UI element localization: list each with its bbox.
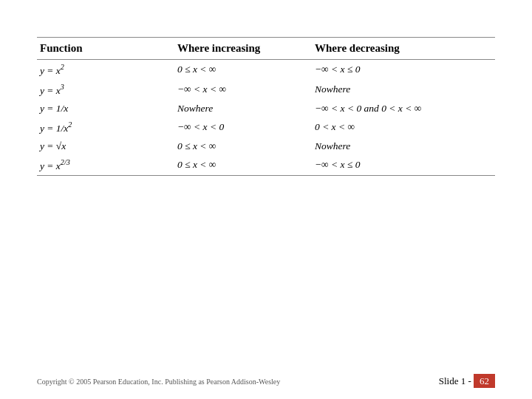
col-header-increasing: Where increasing [174,38,312,60]
table-row: y = √x [37,137,174,155]
copyright-text: Copyright © 2005 Pearson Education, Inc.… [37,378,280,386]
table-row: −∞ < x < 0 [174,117,312,137]
table-row: Nowhere [312,80,495,100]
table-row: −∞ < x < ∞ [174,80,312,100]
table-row: 0 ≤ x < ∞ [174,60,312,80]
col-header-function: Function [37,38,174,60]
slide-container: Function Where increasing Where decreasi… [0,0,532,399]
slide-label: Slide 1 - [439,375,471,386]
table-wrapper: Function Where increasing Where decreasi… [37,37,495,176]
table-row: y = 1/x2 [37,117,174,137]
table-row: 0 < x < ∞ [312,117,495,137]
table-row: 0 ≤ x < ∞ [174,137,312,155]
table-row: y = x2 [37,60,174,80]
table-row: −∞ < x ≤ 0 [312,60,495,80]
slide-number: Slide 1 - 62 [439,375,495,387]
table-row: y = x2/3 [37,155,174,175]
table-row: y = x3 [37,80,174,100]
table-row: Nowhere [312,137,495,155]
table-row: Nowhere [174,100,312,117]
footer: Copyright © 2005 Pearson Education, Inc.… [0,375,532,387]
col-header-decreasing: Where decreasing [312,38,495,60]
table-row: −∞ < x ≤ 0 [312,155,495,175]
main-table: Function Where increasing Where decreasi… [37,37,495,176]
slide-number-badge: 62 [474,374,495,388]
table-row: −∞ < x < 0 and 0 < x < ∞ [312,100,495,117]
table-row: 0 ≤ x < ∞ [174,155,312,175]
table-row: y = 1/x [37,100,174,117]
